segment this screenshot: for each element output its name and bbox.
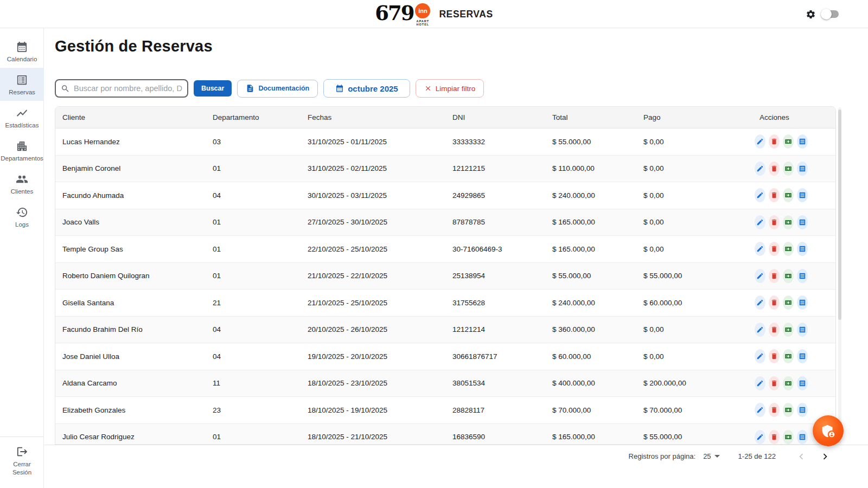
sidebar-item-reservas[interactable]: Reservas <box>0 68 44 101</box>
cell-total: $ 165.000,00 <box>545 245 636 253</box>
column-header-pago: Pago <box>636 113 748 121</box>
search-button[interactable]: Buscar <box>194 80 232 97</box>
edit-button[interactable] <box>755 162 765 176</box>
pencil-icon <box>756 433 764 441</box>
edit-button[interactable] <box>755 188 765 202</box>
delete-button[interactable] <box>769 162 780 176</box>
cell-cliente: Facundo Brahim Del Río <box>55 325 206 333</box>
details-button[interactable] <box>797 430 808 444</box>
payment-button[interactable] <box>783 188 794 202</box>
cell-dni: 30661876717 <box>445 352 545 361</box>
delete-button[interactable] <box>769 430 780 444</box>
search-input[interactable] <box>74 84 182 93</box>
delete-button[interactable] <box>769 296 780 310</box>
details-button[interactable] <box>797 376 808 390</box>
delete-button[interactable] <box>769 403 780 417</box>
cell-departamento: 04 <box>206 352 301 361</box>
delete-button[interactable] <box>769 134 780 149</box>
money-icon <box>784 352 792 360</box>
sidebar-item-clientes[interactable]: Clientes <box>0 167 44 200</box>
delete-button[interactable] <box>769 376 780 390</box>
search-box <box>55 79 188 98</box>
chevron-down-icon <box>714 455 720 458</box>
documentation-button[interactable]: Documentación <box>237 80 318 98</box>
close-icon <box>424 85 432 92</box>
delete-button[interactable] <box>769 323 780 337</box>
details-button[interactable] <box>797 162 808 176</box>
cell-departamento: 03 <box>206 138 301 146</box>
cell-dni: 33333332 <box>445 138 545 146</box>
logout-button[interactable]: Cerrar Sesión <box>0 436 44 477</box>
logout-icon <box>16 446 28 458</box>
edit-button[interactable] <box>755 349 765 363</box>
sidebar-item-logs[interactable]: Logs <box>0 200 44 233</box>
details-button[interactable] <box>797 349 808 363</box>
hotel-logo: 679 inn APART HOTEL <box>375 2 430 26</box>
sidebar-item-calendario[interactable]: Calendario <box>0 35 44 68</box>
details-button[interactable] <box>797 242 808 256</box>
edit-button[interactable] <box>755 215 765 229</box>
details-button[interactable] <box>797 269 808 283</box>
edit-button[interactable] <box>755 134 765 149</box>
admin-fab-button[interactable] <box>813 415 844 446</box>
receipt-list-icon <box>799 326 806 333</box>
payment-button[interactable] <box>783 242 794 256</box>
per-page-select[interactable]: 25 <box>703 452 719 460</box>
details-button[interactable] <box>797 134 808 149</box>
edit-button[interactable] <box>755 430 765 444</box>
document-icon <box>246 84 254 93</box>
money-icon <box>784 245 792 253</box>
edit-button[interactable] <box>755 296 765 310</box>
month-filter-button[interactable]: octubre 2025 <box>323 79 410 98</box>
sidebar-item-departamentos[interactable]: Departamentos <box>0 134 44 167</box>
details-button[interactable] <box>797 215 808 229</box>
edit-button[interactable] <box>755 242 765 256</box>
delete-button[interactable] <box>769 188 780 202</box>
chevron-left-icon <box>795 451 807 463</box>
edit-button[interactable] <box>755 403 765 417</box>
cell-pago: $ 200.000,00 <box>636 379 748 387</box>
table-body: Lucas Hernandez 03 31/10/2025 - 01/11/20… <box>55 129 835 445</box>
payment-button[interactable] <box>783 323 794 337</box>
payment-button[interactable] <box>783 296 794 310</box>
sidebar-item-estadisticas[interactable]: Estadísticas <box>0 101 44 134</box>
pencil-icon <box>756 272 764 280</box>
delete-button[interactable] <box>769 242 780 256</box>
delete-button[interactable] <box>769 215 780 229</box>
details-button[interactable] <box>797 403 808 417</box>
settings-gear-icon[interactable] <box>806 9 816 20</box>
payment-button[interactable] <box>783 134 794 149</box>
payment-button[interactable] <box>783 430 794 444</box>
edit-button[interactable] <box>755 269 765 283</box>
next-page-button[interactable] <box>817 451 833 463</box>
delete-button[interactable] <box>769 349 780 363</box>
cell-acciones <box>748 162 835 176</box>
payment-button[interactable] <box>783 269 794 283</box>
cell-cliente: Gisella Santana <box>55 299 206 307</box>
cell-total: $ 110.000,00 <box>545 164 636 172</box>
pagination-bar: Registros por página: 25 1-25 de 122 <box>44 445 868 467</box>
payment-button[interactable] <box>783 215 794 229</box>
details-button[interactable] <box>797 323 808 337</box>
payment-button[interactable] <box>783 376 794 390</box>
payment-button[interactable] <box>783 162 794 176</box>
clear-filter-button[interactable]: Limpiar filtro <box>416 79 484 98</box>
payment-button[interactable] <box>783 403 794 417</box>
cell-acciones <box>748 188 835 202</box>
table-row: Roberto Daniem Quilogran 01 21/10/2025 -… <box>55 263 835 290</box>
toggle-knob <box>821 9 832 20</box>
theme-toggle[interactable] <box>822 10 839 18</box>
details-button[interactable] <box>797 296 808 310</box>
table-scrollbar-thumb[interactable] <box>838 110 841 320</box>
previous-page-button[interactable] <box>793 451 809 463</box>
cell-acciones <box>748 242 835 256</box>
delete-button[interactable] <box>769 269 780 283</box>
payment-button[interactable] <box>783 349 794 363</box>
table-row: Jose Daniel Ulloa 04 19/10/2025 - 20/10/… <box>55 343 835 370</box>
edit-button[interactable] <box>755 323 765 337</box>
sidebar-item-label: Departamentos <box>1 155 43 162</box>
cell-dni: 87878785 <box>445 218 545 226</box>
details-button[interactable] <box>797 188 808 202</box>
edit-button[interactable] <box>755 376 765 390</box>
cell-dni: 25138954 <box>445 272 545 280</box>
